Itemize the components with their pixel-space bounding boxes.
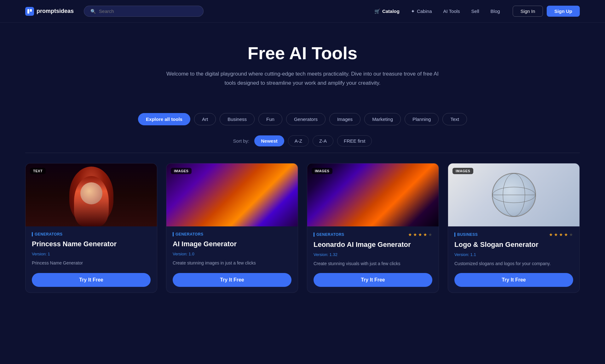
card-badge-0: TEXT (30, 168, 46, 174)
card-cat-label-3: BUSINESS (454, 232, 478, 237)
logo[interactable]: promptsideas (25, 7, 74, 16)
cat-bar-1 (173, 232, 174, 236)
star-empty: ★ (428, 232, 432, 237)
card-title-0: Princess Name Generator (32, 240, 151, 249)
card-title-3: Logo & Slogan Generator (454, 240, 573, 249)
cat-bar-0 (32, 232, 33, 236)
star-filled: ★ (549, 232, 553, 237)
filter-btn-images[interactable]: Images (329, 113, 360, 125)
nav-sell[interactable]: Sell (471, 9, 479, 14)
card-category-3: BUSINESS ★★★★★ (454, 232, 573, 237)
sort-btn-newest[interactable]: Newest (254, 135, 284, 146)
search-bar[interactable]: 🔍 (84, 6, 204, 17)
card-try-button-1[interactable]: Try It Free (173, 273, 291, 287)
card-badge-1: IMAGES (171, 168, 192, 174)
card-body-0: GENERATORS Princess Name Generator Versi… (26, 226, 157, 293)
card-badge-3: IMAGES (452, 168, 473, 174)
sort-buttons: NewestA-ZZ-AFREE first (254, 135, 372, 146)
card-category-2: GENERATORS ★★★★★ (314, 232, 432, 237)
signin-button[interactable]: Sign In (513, 6, 543, 17)
card-badge-2: IMAGES (312, 168, 332, 174)
cards-grid: TEXT GENERATORS Princess Name Generator … (0, 163, 605, 293)
card-category-1: GENERATORS (173, 232, 291, 236)
card-title-1: AI Image Generator (173, 240, 291, 249)
card-3: IMAGES BUSINESS ★★★★★ Logo & Slogan Gene… (448, 163, 580, 293)
filter-btn-generators[interactable]: Generators (286, 113, 326, 125)
nav-blog[interactable]: Blog (491, 9, 500, 14)
hero-section: Free AI Tools Welcome to the digital pla… (0, 23, 605, 100)
catalog-icon: 🛒 (374, 9, 380, 14)
card-desc-2: Create stunning visuals with just a few … (314, 260, 432, 267)
svg-rect-0 (27, 9, 29, 14)
logo-icon (25, 7, 34, 16)
card-cat-label-1: GENERATORS (173, 232, 204, 236)
search-input[interactable] (99, 9, 197, 14)
nav-cabina[interactable]: ✦ Cabina (411, 9, 432, 14)
card-image-3: IMAGES (448, 163, 579, 226)
cat-bar-3 (454, 232, 455, 237)
card-0: TEXT GENERATORS Princess Name Generator … (25, 163, 157, 293)
star-filled: ★ (554, 232, 558, 237)
logo-text: promptsideas (37, 8, 74, 14)
filter-btn-fun[interactable]: Fun (258, 113, 282, 125)
hero-subtitle: Welcome to the digital playground where … (161, 70, 444, 88)
star-empty: ★ (569, 232, 573, 237)
filter-btn-business[interactable]: Business (220, 113, 255, 125)
star-filled: ★ (564, 232, 568, 237)
nav-catalog[interactable]: 🛒 Catalog (374, 9, 400, 14)
nav-aitools[interactable]: AI Tools (443, 9, 460, 14)
star-filled: ★ (423, 232, 427, 237)
navbar: promptsideas 🔍 🛒 Catalog ✦ Cabina AI Too… (0, 0, 605, 23)
card-body-3: BUSINESS ★★★★★ Logo & Slogan Generator V… (448, 226, 579, 293)
sort-btn-a-z[interactable]: A-Z (288, 135, 309, 146)
card-version-2: Version: 1.32 (314, 252, 432, 257)
hero-title: Free AI Tools (6, 43, 599, 63)
card-2: IMAGES GENERATORS ★★★★★ Leonardo AI Imag… (307, 163, 439, 293)
sort-btn-z-a[interactable]: Z-A (313, 135, 333, 146)
card-image-1: IMAGES (166, 163, 298, 226)
card-try-button-3[interactable]: Try It Free (454, 273, 573, 287)
card-body-2: GENERATORS ★★★★★ Leonardo AI Image Gener… (307, 226, 439, 293)
star-filled: ★ (413, 232, 417, 237)
filter-btn-explore-all-tools[interactable]: Explore all tools (138, 113, 190, 125)
signup-button[interactable]: Sign Up (547, 6, 580, 17)
card-title-2: Leonardo AI Image Generator (314, 240, 432, 249)
filter-btn-marketing[interactable]: Marketing (364, 113, 401, 125)
card-desc-0: Princess Name Generator (32, 259, 151, 267)
cabina-icon: ✦ (411, 9, 415, 14)
card-desc-3: Customized slogans and logos for your co… (454, 260, 573, 267)
sort-label: Sort by: (233, 138, 250, 144)
card-version-0: Version: 1 (32, 252, 151, 256)
filter-btn-text[interactable]: Text (442, 113, 467, 125)
filter-btn-art[interactable]: Art (194, 113, 216, 125)
star-filled: ★ (408, 232, 412, 237)
cat-bar-2 (314, 232, 314, 237)
card-cat-label-0: GENERATORS (32, 232, 63, 236)
filter-section: Explore all toolsArtBusinessFunGenerator… (113, 113, 492, 125)
card-image-0: TEXT (26, 163, 157, 226)
card-version-1: Version: 1.0 (173, 252, 291, 256)
card-category-0: GENERATORS (32, 232, 151, 236)
card-desc-1: Create stunning images in just a few cli… (173, 259, 291, 267)
star-filled: ★ (559, 232, 563, 237)
divider (25, 153, 580, 153)
card-try-button-0[interactable]: Try It Free (32, 273, 151, 287)
sort-section: Sort by: NewestA-ZZ-AFREE first (0, 135, 605, 146)
search-icon: 🔍 (90, 9, 96, 14)
card-stars-3: ★★★★★ (549, 232, 573, 237)
svg-rect-1 (30, 9, 32, 12)
card-try-button-2[interactable]: Try It Free (314, 273, 432, 287)
card-1: IMAGES GENERATORS AI Image Generator Ver… (166, 163, 298, 293)
star-filled: ★ (418, 232, 422, 237)
card-image-2: IMAGES (307, 163, 439, 226)
nav-links: 🛒 Catalog ✦ Cabina AI Tools Sell Blog (374, 9, 500, 14)
card-version-3: Version: 1.1 (454, 252, 573, 257)
sort-btn-free-first[interactable]: FREE first (337, 135, 372, 146)
filter-btn-planning[interactable]: Planning (405, 113, 439, 125)
card-body-1: GENERATORS AI Image Generator Version: 1… (166, 226, 298, 293)
card-cat-label-2: GENERATORS (314, 232, 344, 237)
card-stars-2: ★★★★★ (408, 232, 432, 237)
